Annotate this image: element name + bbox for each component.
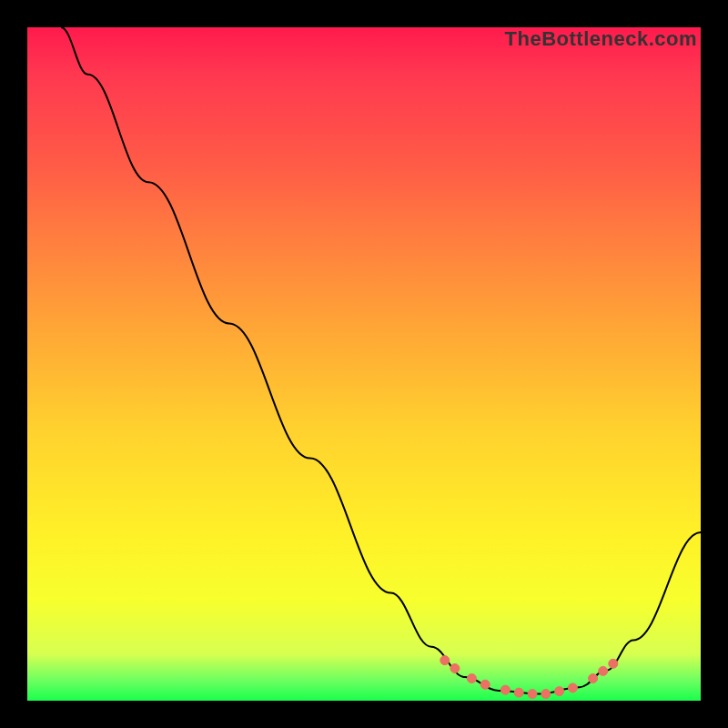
highlight-dot: [514, 688, 523, 697]
highlight-dot: [467, 674, 476, 683]
plot-area: TheBottleneck.com: [27, 27, 701, 701]
highlight-dot: [609, 659, 618, 668]
highlight-dot: [480, 680, 490, 689]
highlight-dot: [450, 663, 460, 672]
highlight-dot: [555, 687, 564, 696]
line-series: [61, 27, 701, 694]
highlight-dot: [528, 690, 537, 699]
highlight-dot: [500, 685, 510, 694]
highlight-dot: [568, 683, 577, 693]
highlight-dot: [440, 656, 450, 665]
highlight-dot: [541, 690, 551, 699]
bottleneck-curve: [61, 27, 701, 694]
highlight-dot: [599, 666, 608, 675]
chart-svg: [27, 27, 701, 701]
highlight-dot: [589, 674, 598, 683]
